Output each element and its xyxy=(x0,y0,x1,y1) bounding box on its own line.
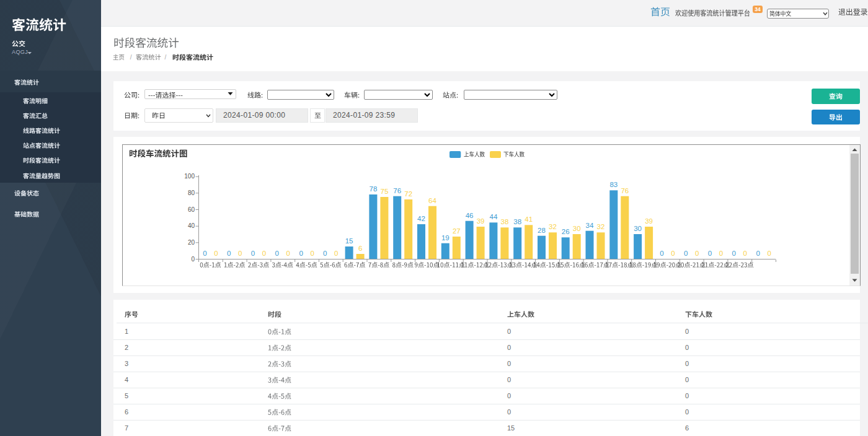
svg-text:34: 34 xyxy=(586,222,594,229)
svg-text:0: 0 xyxy=(695,250,699,257)
svg-text:0: 0 xyxy=(238,250,242,257)
svg-text:15: 15 xyxy=(345,237,353,245)
svg-text:38: 38 xyxy=(501,218,509,225)
svg-text:30: 30 xyxy=(573,225,581,232)
svg-text:0: 0 xyxy=(756,250,760,257)
svg-text:64: 64 xyxy=(428,197,436,204)
svg-text:0: 0 xyxy=(191,256,195,263)
svg-text:32: 32 xyxy=(597,223,605,230)
svg-text:80: 80 xyxy=(188,190,195,196)
svg-text:0: 0 xyxy=(660,250,663,257)
svg-text:40: 40 xyxy=(188,222,195,229)
svg-text:30: 30 xyxy=(634,225,642,232)
svg-text:0: 0 xyxy=(708,250,712,257)
svg-text:76: 76 xyxy=(393,187,401,194)
svg-text:19: 19 xyxy=(441,234,450,242)
svg-text:72: 72 xyxy=(404,190,412,198)
svg-text:0: 0 xyxy=(719,250,723,257)
svg-text:0: 0 xyxy=(299,250,303,257)
svg-text:6: 6 xyxy=(358,245,362,252)
svg-text:0: 0 xyxy=(275,250,279,257)
svg-text:39: 39 xyxy=(645,217,653,225)
svg-text:46: 46 xyxy=(466,212,474,219)
svg-text:41: 41 xyxy=(525,216,533,223)
svg-text:0: 0 xyxy=(251,250,255,257)
svg-text:0: 0 xyxy=(684,250,688,257)
svg-text:0: 0 xyxy=(334,250,338,257)
svg-text:26: 26 xyxy=(562,228,570,235)
svg-text:0: 0 xyxy=(671,250,675,257)
svg-text:100: 100 xyxy=(184,173,195,180)
svg-text:83: 83 xyxy=(609,181,618,188)
svg-text:0: 0 xyxy=(323,250,327,257)
svg-text:0: 0 xyxy=(310,250,314,257)
svg-text:32: 32 xyxy=(549,223,557,230)
svg-text:0: 0 xyxy=(732,250,736,257)
svg-text:0: 0 xyxy=(767,250,771,257)
svg-text:0: 0 xyxy=(262,250,266,257)
svg-text:20: 20 xyxy=(188,239,195,246)
svg-text:28: 28 xyxy=(538,227,546,234)
svg-text:39: 39 xyxy=(477,217,485,225)
svg-text:76: 76 xyxy=(621,187,629,194)
svg-text:0: 0 xyxy=(227,250,231,257)
svg-text:75: 75 xyxy=(381,188,389,195)
svg-text:0: 0 xyxy=(286,250,290,257)
svg-text:0: 0 xyxy=(214,250,218,257)
svg-text:78: 78 xyxy=(370,185,378,193)
svg-text:0: 0 xyxy=(203,250,206,257)
svg-text:60: 60 xyxy=(188,206,195,213)
svg-text:44: 44 xyxy=(490,213,498,220)
svg-text:0: 0 xyxy=(743,250,747,257)
svg-text:42: 42 xyxy=(417,215,425,222)
svg-text:38: 38 xyxy=(513,218,521,225)
svg-text:27: 27 xyxy=(453,227,461,235)
